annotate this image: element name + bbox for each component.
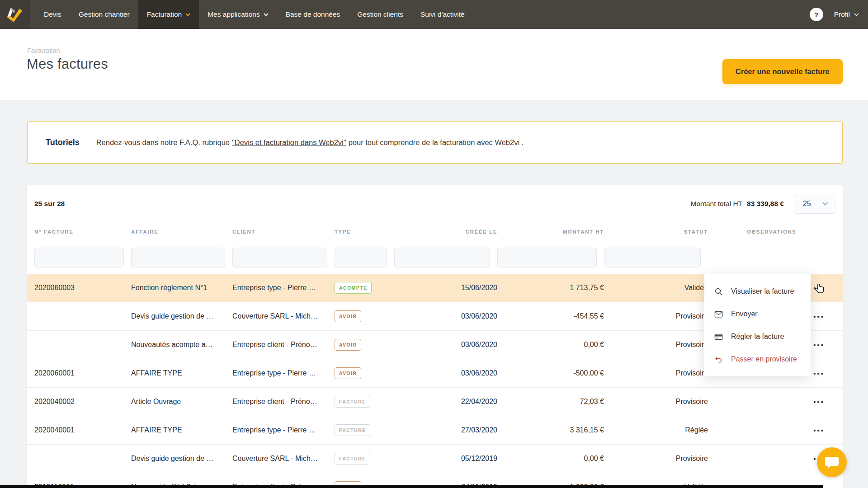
row-actions-button[interactable]: ••• xyxy=(807,396,831,408)
table-filter-row xyxy=(27,241,843,274)
nav-item-label: Suivi d'activité xyxy=(420,10,465,19)
filter-input-creee-le[interactable] xyxy=(394,248,490,267)
faq-link[interactable]: "Devis et facturation dans Web2vi" xyxy=(232,138,346,146)
menu-item-regler-la-facture[interactable]: Régler la facture xyxy=(704,325,811,348)
help-button[interactable]: ? xyxy=(810,8,823,21)
cell-affaire: Article Ouvrage xyxy=(131,398,232,406)
nav-item-suivi-d-activite[interactable]: Suivi d'activité xyxy=(412,0,473,29)
filter-cell-statut xyxy=(604,248,708,267)
cell-client: Entreprise type - Pierre … xyxy=(232,369,335,377)
nav-item-gestion-clients[interactable]: Gestion clients xyxy=(349,0,412,29)
filter-input-n-facture[interactable] xyxy=(34,248,124,267)
banner-text: Rendez-vous dans notre F.A.Q. rubrique"D… xyxy=(96,138,524,147)
cell-numero: 2020040002 xyxy=(34,398,131,406)
nav-item-mes-applications[interactable]: Mes applications xyxy=(199,0,277,29)
invoice-row[interactable]: 2020040001AFFAIRE TYPEEntreprise type - … xyxy=(27,416,843,445)
filter-cell-affaire xyxy=(131,248,232,267)
page-size-select[interactable]: 25 xyxy=(794,194,835,214)
filter-input-type[interactable] xyxy=(335,248,387,267)
menu-item-label: Visualiser la facture xyxy=(731,287,794,296)
create-invoice-button[interactable]: Créer une nouvelle facture xyxy=(722,59,843,84)
cell-client: Entreprise type - Pierre … xyxy=(232,426,335,434)
table-toolbar: 25 sur 28 Montant total HT 83 339,88 € 2… xyxy=(27,185,843,222)
menu-item-label: Passer en provisoire xyxy=(731,355,797,363)
cell-montant: 0,00 € xyxy=(497,455,604,463)
cell-statut: Provisoire xyxy=(604,312,708,320)
type-badge: FACTURE xyxy=(335,424,370,436)
profile-label: Profil xyxy=(834,10,850,19)
row-actions-menu: Visualiser la factureEnvoyerRégler la fa… xyxy=(704,274,811,376)
breadcrumb: Facturation xyxy=(27,47,60,54)
filter-cell-client xyxy=(232,248,335,267)
column-header-creee-le: Créée le xyxy=(394,229,497,235)
row-actions-button[interactable]: ••• xyxy=(807,310,831,323)
banner-title: Tutoriels xyxy=(46,138,80,147)
column-header-type: Type xyxy=(335,229,394,235)
row-actions-button[interactable]: ••• xyxy=(807,339,831,351)
row-actions-button[interactable]: ••• xyxy=(807,424,831,436)
chat-button[interactable] xyxy=(817,447,847,477)
search-icon xyxy=(714,287,723,296)
cell-statut: Provisoire xyxy=(604,341,708,349)
cell-montant: 1 713,75 € xyxy=(497,284,604,292)
cell-type: AVOIR xyxy=(335,367,394,379)
cell-statut: Réglée xyxy=(604,426,708,434)
nav-item-label: Gestion chantier xyxy=(79,10,130,19)
cell-client: Entreprise client - Préno… xyxy=(232,398,335,406)
cell-montant: -500,00 € xyxy=(497,369,604,377)
cell-affaire: AFFAIRE TYPE xyxy=(131,369,232,377)
row-actions-button[interactable]: ••• xyxy=(807,367,831,380)
filter-input-client[interactable] xyxy=(232,248,327,267)
cell-affaire: Nouveautés acompte a… xyxy=(131,341,232,349)
column-header-observations: Observations xyxy=(708,229,835,235)
envelope-icon xyxy=(714,310,723,319)
cell-statut: Provisoire xyxy=(604,455,708,463)
column-header-montant-ht: Montant HT xyxy=(497,229,604,235)
invoice-row[interactable]: Devis guide gestion de …Couverture SARL … xyxy=(27,445,843,473)
bottom-bar xyxy=(0,485,823,488)
type-badge: FACTURE xyxy=(335,396,370,408)
cell-type: AVOIR xyxy=(335,339,394,351)
menu-item-label: Envoyer xyxy=(731,310,758,318)
column-header-n-facture: N° Facture xyxy=(34,229,131,235)
cell-date: 27/03/2020 xyxy=(394,426,497,434)
invoice-row[interactable]: 2020040002Article OuvrageEntreprise clie… xyxy=(27,388,843,416)
filter-input-statut[interactable] xyxy=(604,248,701,267)
total-amount: Montant total HT 83 339,88 € xyxy=(690,200,784,208)
nav-menu: DevisGestion chantierFacturationMes appl… xyxy=(35,0,473,29)
web2vi-logo[interactable] xyxy=(0,0,30,29)
cell-affaire: Fonction règlement N°1 xyxy=(131,284,232,292)
type-badge: FACTURE xyxy=(335,453,370,465)
cell-numero: 2020040001 xyxy=(34,426,131,434)
top-navbar: DevisGestion chantierFacturationMes appl… xyxy=(0,0,868,29)
filter-input-affaire[interactable] xyxy=(131,248,225,267)
column-header-affaire: Affaire xyxy=(131,229,232,235)
column-header-client: Client xyxy=(232,229,335,235)
cell-type: FACTURE xyxy=(335,453,394,465)
cell-observations: ••• xyxy=(708,396,835,408)
menu-item-visualiser-la-facture[interactable]: Visualiser la facture xyxy=(704,280,811,303)
cell-client: Entreprise client - Préno… xyxy=(232,341,335,349)
menu-item-label: Régler la facture xyxy=(731,333,784,341)
profile-menu[interactable]: Profil xyxy=(834,10,859,19)
page-header: Facturation Mes factures Créer une nouve… xyxy=(0,29,868,100)
filter-input-montant-ht[interactable] xyxy=(497,248,597,267)
nav-item-base-de-donnees[interactable]: Base de données xyxy=(277,0,349,29)
nav-item-label: Devis xyxy=(44,10,61,19)
banner-text-before: Rendez-vous dans notre F.A.Q. rubrique xyxy=(96,138,230,146)
menu-item-envoyer[interactable]: Envoyer xyxy=(704,303,811,325)
cell-montant: -454,55 € xyxy=(497,312,604,320)
cell-date: 03/06/2020 xyxy=(394,312,497,320)
cell-numero: 2020060001 xyxy=(34,369,131,377)
cell-numero: 2020060003 xyxy=(34,284,131,292)
row-actions-button[interactable]: ••• xyxy=(807,282,831,294)
cell-type: ACOMPTE xyxy=(335,282,394,294)
nav-item-devis[interactable]: Devis xyxy=(35,0,70,29)
filter-cell-creee-le xyxy=(394,248,497,267)
nav-item-facturation[interactable]: Facturation xyxy=(138,0,199,29)
nav-item-gestion-chantier[interactable]: Gestion chantier xyxy=(70,0,138,29)
credit-card-icon xyxy=(714,333,723,341)
cell-date: 05/12/2019 xyxy=(394,455,497,463)
page-title: Mes factures xyxy=(27,56,108,72)
menu-item-passer-en-provisoire[interactable]: Passer en provisoire xyxy=(704,348,811,371)
